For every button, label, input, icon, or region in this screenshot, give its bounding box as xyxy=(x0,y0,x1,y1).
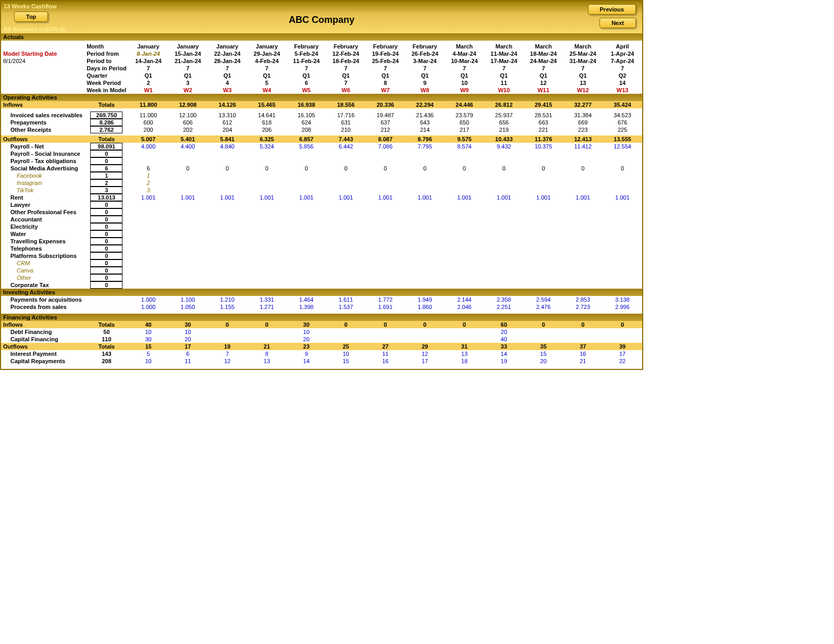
total-value: 10.433 xyxy=(484,135,524,143)
row-value xyxy=(405,328,445,336)
row-label: Capital Financing xyxy=(1,336,84,343)
model-left-label: 8/1/2024 xyxy=(1,57,84,65)
row-value: 2.853 xyxy=(563,296,603,303)
model-value: 18-Feb-24 xyxy=(326,57,366,65)
row-value xyxy=(484,230,524,238)
row-value: 0 xyxy=(603,165,642,172)
model-value: 7 xyxy=(484,65,524,72)
total-value: 0 xyxy=(405,321,445,328)
row-value: 0 xyxy=(445,165,484,172)
row-label: Payroll - Tax obligations xyxy=(1,157,84,165)
row-value xyxy=(484,252,524,259)
model-value: 25-Mar-24 xyxy=(563,50,603,57)
model-value: W8 xyxy=(405,86,445,94)
total-value: 9.575 xyxy=(445,135,484,143)
model-value: 5 xyxy=(247,79,287,86)
row-value: 1.611 xyxy=(326,296,366,303)
row-label: Rent xyxy=(1,194,84,201)
row-value xyxy=(168,238,207,245)
row-label: Invoiced sales receivables xyxy=(1,112,84,119)
model-value: January xyxy=(247,43,287,50)
row-value xyxy=(207,252,247,259)
row-value: 1.001 xyxy=(484,194,524,201)
row-value xyxy=(207,328,247,336)
row-label: Electricity xyxy=(1,223,84,230)
row-value: 221 xyxy=(524,126,563,133)
previous-button[interactable]: Previous xyxy=(588,4,636,15)
row-value xyxy=(168,216,207,223)
total-value: 16.938 xyxy=(287,101,326,108)
row-value xyxy=(247,274,287,281)
model-value: 12 xyxy=(524,79,563,86)
row-value: 21.436 xyxy=(405,112,445,119)
actuals-heading: Actuals xyxy=(1,33,642,41)
row-total: 0 xyxy=(84,150,128,157)
row-value xyxy=(168,267,207,274)
total-value: 29.415 xyxy=(524,101,563,108)
row-value xyxy=(603,259,642,267)
row-value xyxy=(603,187,642,194)
model-value: 17-Mar-24 xyxy=(484,57,524,65)
row-value: 1.691 xyxy=(365,303,405,311)
next-button[interactable]: Next xyxy=(599,18,636,28)
row-value: 600 xyxy=(129,119,168,126)
row-total: 2 xyxy=(84,179,128,187)
row-value xyxy=(207,208,247,216)
total-value: 18.556 xyxy=(326,101,366,108)
row-value xyxy=(365,230,405,238)
model-value: 21-Jan-24 xyxy=(168,57,207,65)
row-value xyxy=(168,208,207,216)
row-value xyxy=(603,157,642,165)
row-value: 2.723 xyxy=(563,303,603,311)
row-total: 0 xyxy=(84,223,128,230)
row-value: 1.271 xyxy=(247,303,287,311)
model-left-label xyxy=(1,43,84,50)
row-value: 5 xyxy=(129,350,168,357)
total-value: 27 xyxy=(365,343,405,350)
row-value xyxy=(129,238,168,245)
row-value xyxy=(445,267,484,274)
model-row-label: Month xyxy=(84,43,128,50)
row-label: Payroll - Social Insurance xyxy=(1,150,84,157)
model-value: 1-Apr-24 xyxy=(603,50,642,57)
row-value xyxy=(326,281,366,289)
row-value: 20 xyxy=(524,357,563,365)
model-value: 12-Feb-24 xyxy=(326,50,366,57)
model-value: February xyxy=(405,43,445,50)
investing-heading: Investing Activities xyxy=(1,289,642,296)
row-total: 3 xyxy=(84,187,128,194)
row-value: 16.105 xyxy=(287,112,326,119)
row-label: TikTok xyxy=(1,187,84,194)
model-value: 3-Mar-24 xyxy=(405,57,445,65)
row-value xyxy=(207,187,247,194)
model-value: 4 xyxy=(207,79,247,86)
model-value: 18-Mar-24 xyxy=(524,50,563,57)
row-value xyxy=(524,336,563,343)
model-row-label: Period from xyxy=(84,50,128,57)
model-row-label: Week in Model xyxy=(84,86,128,94)
total-value: 0 xyxy=(524,321,563,328)
row-total: 0 xyxy=(84,208,128,216)
row-value: 1.155 xyxy=(207,303,247,311)
row-value: 1.001 xyxy=(603,194,642,201)
total-value: 35.424 xyxy=(603,101,642,108)
row-value: 1.001 xyxy=(129,194,168,201)
totals-label: Totals xyxy=(84,321,128,328)
row-value xyxy=(287,230,326,238)
row-value xyxy=(207,179,247,187)
model-value: 14 xyxy=(603,79,642,86)
row-value xyxy=(247,208,287,216)
row-value: 1.001 xyxy=(207,194,247,201)
row-value: 10 xyxy=(287,328,326,336)
row-value xyxy=(405,201,445,208)
row-value: 2.251 xyxy=(484,303,524,311)
row-total: 0 xyxy=(84,157,128,165)
row-value: 4.400 xyxy=(168,143,207,150)
row-value: 3 xyxy=(129,187,168,194)
model-value: 7 xyxy=(207,65,247,72)
row-value xyxy=(524,328,563,336)
subsection-label: Outflows xyxy=(1,343,84,350)
row-value xyxy=(563,230,603,238)
row-value xyxy=(365,201,405,208)
model-value: March xyxy=(524,43,563,50)
